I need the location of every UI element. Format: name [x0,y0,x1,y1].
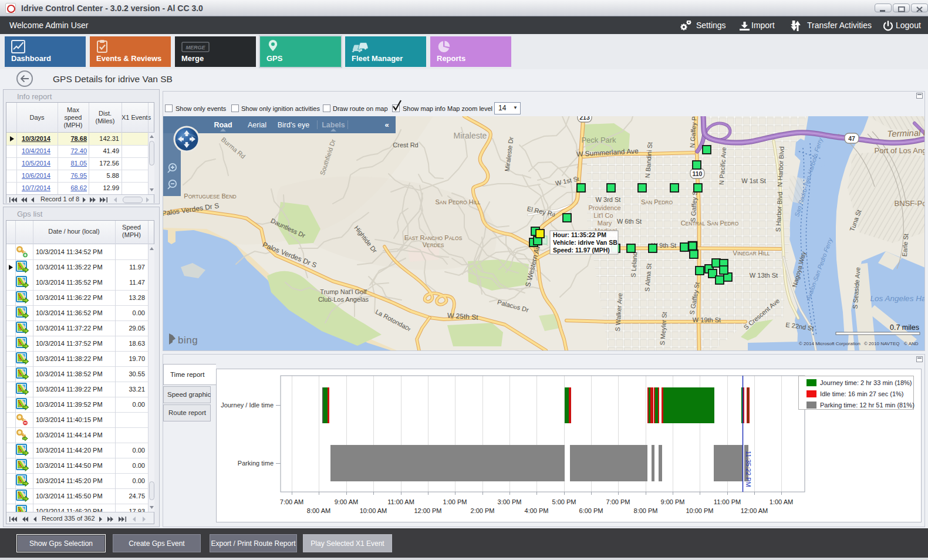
svg-text:W 6th St: W 6th St [617,218,642,225]
svg-text:Idle time: 16 min 27 sec (1%): Idle time: 16 min 27 sec (1%) [820,390,903,397]
svg-text:Journey time: 2 hr 33 min (18%: Journey time: 2 hr 33 min (18%) [820,379,912,386]
svg-text:Hour: 11:35:22 PM: Hour: 11:35:22 PM [553,231,606,238]
svg-text:Labels: Labels [322,121,345,129]
svg-text:Terminal Is: Terminal Is [887,127,924,139]
svg-text:12:00 AM: 12:00 AM [741,507,768,514]
svg-text:© 2014 Microsoft Corporation: © 2014 Microsoft Corporation [799,341,860,346]
svg-text:BNSF-Port: BNSF-Port [895,199,924,208]
svg-text:7:00 PM: 7:00 PM [606,498,630,505]
svg-text:Lit'l Co: Lit'l Co [593,212,613,219]
svg-text:SAN PEDRO: SAN PEDRO [641,198,673,205]
svg-text:W 13th St: W 13th St [750,272,778,279]
svg-text:W 1st St: W 1st St [741,177,766,184]
svg-text:Providence: Providence [588,204,620,211]
svg-text:Los Angeles Harb: Los Angeles Harb [870,294,924,303]
svg-text:5:00 PM: 5:00 PM [552,498,576,505]
svg-text:«: « [384,120,389,129]
svg-text:9:00 AM: 9:00 AM [335,498,358,505]
svg-text:213: 213 [579,116,590,121]
svg-text:bing: bing [178,335,198,346]
svg-text:MERGE: MERGE [185,45,205,50]
svg-text:SAN PEDRO HILL: SAN PEDRO HILL [436,198,481,205]
svg-text:11:00 PM: 11:00 PM [714,498,741,505]
svg-text:W 3rd St: W 3rd St [596,196,621,203]
svg-text:12:00 PM: 12:00 PM [414,507,441,514]
svg-text:10:00 PM: 10:00 PM [686,507,713,514]
svg-text:8:00 AM: 8:00 AM [307,507,330,514]
svg-text:Speed: 11.97 (MPH): Speed: 11.97 (MPH) [553,247,610,254]
svg-text:Vehicle: idrive Van SB: Vehicle: idrive Van SB [553,239,617,246]
svg-text:Club-Los Angelas: Club-Los Angelas [318,296,369,303]
svg-text:Port of Los Angel: Port of Los Angel [874,146,924,155]
svg-text:Mary: Mary [598,220,612,227]
svg-text:0.7 miles: 0.7 miles [890,323,919,332]
svg-text:Parking time: Parking time [238,460,274,467]
svg-text:Road: Road [214,121,232,129]
svg-text:1:00 AM: 1:00 AM [770,498,793,505]
svg-text:Journey / Idle time: Journey / Idle time [221,402,274,409]
svg-text:VERDES: VERDES [423,241,444,248]
svg-text:Peck Park: Peck Park [581,136,616,144]
svg-text:110: 110 [693,170,703,177]
svg-text:Aerial: Aerial [248,121,266,129]
svg-text:7:00 AM: 7:00 AM [280,498,303,505]
svg-text:Crest Rd: Crest Rd [393,141,418,149]
svg-text:1:00 PM: 1:00 PM [443,498,467,505]
svg-text:VINEGAR HILL: VINEGAR HILL [733,249,770,257]
svg-text:Trump Nat'l Golf: Trump Nat'l Golf [320,288,367,295]
svg-text:PORTUGUESE BEND: PORTUGUESE BEND [184,193,236,200]
svg-text:© 2010 NAVTEQ: © 2010 NAVTEQ [864,341,899,346]
svg-text:Miraleste: Miraleste [454,131,487,140]
svg-text:W 19th St: W 19th St [693,316,721,323]
svg-text:Parking time: 12 hr 51 min (81: Parking time: 12 hr 51 min (81%) [820,402,914,409]
svg-text:8:00 PM: 8:00 PM [634,507,658,514]
svg-text:3:00 PM: 3:00 PM [498,498,522,505]
svg-text:9:00 PM: 9:00 PM [661,498,685,505]
svg-text:2:00 PM: 2:00 PM [471,507,495,514]
svg-text:47: 47 [848,135,855,142]
svg-text:11:35:22 PM: 11:35:22 PM [745,451,752,487]
svg-text:Bird's eye: Bird's eye [278,121,310,129]
svg-text:10:00 AM: 10:00 AM [360,507,387,514]
svg-text:11:00 AM: 11:00 AM [387,498,414,505]
svg-text:6:00 PM: 6:00 PM [579,507,603,514]
svg-text:4:00 PM: 4:00 PM [525,507,549,514]
svg-text:© AND: © AND [904,341,919,346]
svg-text:EAST RANCHO PALOS: EAST RANCHO PALOS [404,234,463,241]
